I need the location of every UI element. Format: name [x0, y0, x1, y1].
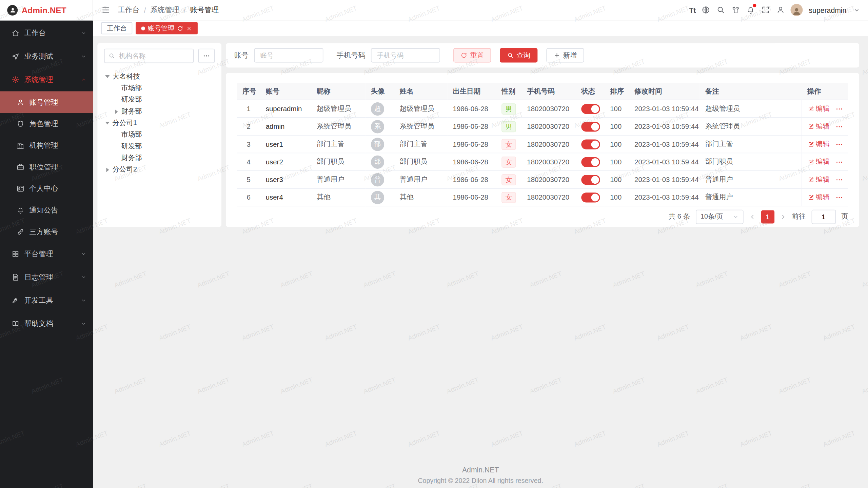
more-actions-button[interactable]: [835, 158, 843, 166]
sidebar-item-dev-tools[interactable]: 开发工具: [0, 289, 93, 312]
cell-operation: 编辑: [802, 188, 848, 206]
page-size-select[interactable]: 10条/页: [695, 209, 743, 224]
tree-node[interactable]: 大名科技: [104, 71, 215, 82]
edit-button[interactable]: 编辑: [807, 139, 829, 149]
sidebar-item-log-management[interactable]: 日志管理: [0, 266, 93, 289]
caret-right-icon[interactable]: [113, 108, 120, 115]
cell-account: superadmin: [260, 100, 311, 118]
sidebar-item-third-party-account[interactable]: 三方账号: [0, 221, 93, 242]
query-button[interactable]: 查询: [500, 48, 537, 62]
edit-button[interactable]: 编辑: [807, 122, 829, 131]
tab-close-button[interactable]: [186, 25, 192, 31]
tree-node[interactable]: 财务部: [104, 152, 215, 164]
reset-button[interactable]: 重置: [453, 48, 491, 62]
cell-nickname: 超级管理员: [311, 100, 366, 118]
sidebar-item-system-management[interactable]: 系统管理: [0, 68, 93, 92]
status-toggle[interactable]: [581, 121, 600, 131]
log-icon: [12, 273, 19, 281]
theme-icon[interactable]: [731, 5, 741, 15]
cell-no: 6: [237, 188, 260, 206]
prev-page-button[interactable]: [749, 213, 755, 220]
goto-page-input[interactable]: [811, 209, 836, 224]
column-header: 出生日期: [447, 83, 496, 100]
more-actions-button[interactable]: [835, 176, 843, 183]
sidebar-item-role-management[interactable]: 角色管理: [0, 113, 93, 135]
tree-node[interactable]: 研发部: [104, 141, 215, 152]
breadcrumb-item[interactable]: 账号管理: [190, 5, 219, 15]
page-unit: 页: [841, 212, 848, 221]
cell-phone: 18020030720: [521, 135, 576, 153]
status-toggle[interactable]: [581, 175, 600, 184]
tab-workbench[interactable]: 工作台: [101, 22, 132, 34]
tab-account-management[interactable]: 账号管理: [136, 22, 198, 34]
org-search-input[interactable]: [104, 49, 194, 63]
cell-birth-date: 1986-06-28: [447, 153, 496, 170]
sidebar-item-label: 职位管理: [29, 162, 58, 172]
sidebar-item-org-management[interactable]: 机构管理: [0, 135, 93, 156]
notification-bell-icon[interactable]: [746, 5, 755, 15]
hamburger-icon[interactable]: [101, 5, 111, 15]
edit-button[interactable]: 编辑: [807, 175, 829, 184]
more-actions-button[interactable]: [835, 105, 843, 113]
user-icon: [17, 98, 24, 106]
more-actions-button[interactable]: [835, 123, 843, 130]
globe-icon[interactable]: [701, 5, 711, 15]
tree-more-button[interactable]: [198, 49, 215, 63]
edit-button[interactable]: 编辑: [807, 104, 829, 114]
sidebar-item-help-docs[interactable]: 帮助文档: [0, 312, 93, 336]
tree-node[interactable]: 市场部: [104, 82, 215, 94]
tree-node[interactable]: 研发部: [104, 94, 215, 106]
cell-avatar: 部: [366, 153, 394, 170]
cell-remark: 普通用户: [700, 171, 802, 188]
sidebar-item-business-test[interactable]: 业务测试: [0, 45, 93, 68]
chevron-up-icon: [81, 77, 86, 82]
sidebar-item-account-management[interactable]: 账号管理: [0, 91, 93, 113]
edit-button[interactable]: 编辑: [807, 192, 829, 202]
chevron-down-icon[interactable]: [851, 5, 861, 15]
breadcrumb-item[interactable]: 系统管理: [150, 5, 179, 15]
more-actions-button[interactable]: [835, 194, 843, 201]
cell-gender: 男: [496, 100, 521, 118]
font-size-icon[interactable]: Tt: [689, 5, 696, 15]
tree-node-label: 大名科技: [112, 72, 140, 81]
sidebar-item-personal-center[interactable]: 个人中心: [0, 178, 93, 199]
column-header: 账号: [260, 83, 311, 100]
cell-no: 5: [237, 171, 260, 188]
add-button[interactable]: 新增: [546, 48, 584, 62]
status-toggle[interactable]: [581, 157, 600, 167]
phone-input[interactable]: [371, 48, 440, 62]
sidebar-item-platform-management[interactable]: 平台管理: [0, 242, 93, 266]
tree-node[interactable]: 市场部: [104, 129, 215, 140]
status-toggle[interactable]: [581, 192, 600, 202]
fullscreen-icon[interactable]: [761, 5, 770, 15]
sidebar-item-workbench[interactable]: 工作台: [0, 22, 93, 45]
tree-node[interactable]: 财务部: [104, 106, 215, 117]
logo[interactable]: Admin.NET: [0, 0, 93, 20]
edit-button[interactable]: 编辑: [807, 157, 829, 167]
cell-name: 部门主管: [394, 135, 447, 153]
status-toggle[interactable]: [581, 139, 600, 149]
page-button-1[interactable]: 1: [761, 210, 774, 223]
account-input[interactable]: [254, 48, 323, 62]
status-toggle[interactable]: [581, 104, 600, 114]
search-icon[interactable]: [716, 5, 726, 15]
more-actions-button[interactable]: [835, 140, 843, 148]
tree-node[interactable]: 分公司1: [104, 117, 215, 129]
next-page-button[interactable]: [780, 213, 787, 220]
avatar[interactable]: [791, 4, 803, 16]
user-profile-icon[interactable]: [776, 5, 786, 15]
cell-birth-date: 1986-06-28: [447, 171, 496, 188]
refresh-icon: [177, 25, 183, 31]
row-avatar: 其: [371, 190, 384, 204]
sidebar-item-position-management[interactable]: 职位管理: [0, 156, 93, 178]
tab-refresh-button[interactable]: [177, 25, 183, 31]
caret-right-icon[interactable]: [104, 166, 111, 173]
caret-down-icon[interactable]: [104, 120, 111, 126]
caret-down-icon[interactable]: [104, 73, 111, 80]
footer-copyright: Copyright © 2022 Dilon All rights reserv…: [93, 477, 868, 485]
sidebar-item-notice[interactable]: 通知公告: [0, 199, 93, 221]
tree-node[interactable]: 分公司2: [104, 164, 215, 175]
column-header: 序号: [237, 83, 260, 100]
breadcrumb-item[interactable]: 工作台: [118, 5, 140, 15]
username[interactable]: superadmin: [809, 6, 846, 14]
